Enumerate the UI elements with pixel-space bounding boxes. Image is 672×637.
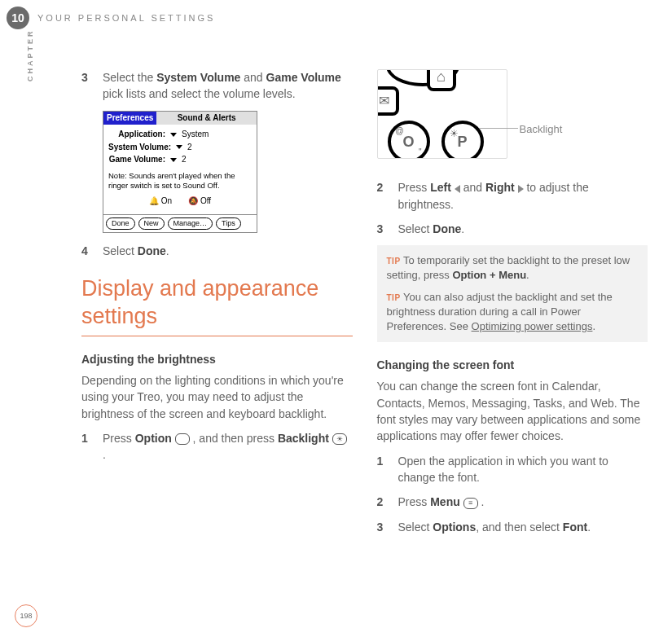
optimizing-power-link[interactable]: Optimizing power settings: [472, 320, 593, 332]
step-number: 3: [377, 519, 389, 535]
dropdown-icon: [170, 133, 177, 137]
bold-text: Font: [563, 521, 587, 534]
row-value: System: [182, 129, 209, 141]
step-4: 4 Select Done.: [81, 243, 353, 259]
text: pick lists and select the volume levels.: [103, 87, 296, 100]
text: , and then select: [476, 521, 563, 534]
text: Press: [398, 495, 431, 508]
text: .: [461, 222, 464, 235]
step-number: 3: [81, 69, 93, 103]
key-letter: P: [457, 131, 467, 152]
text: , and then press: [190, 432, 278, 445]
sun-icon: ☀: [450, 127, 459, 141]
sys-vol-row: System Volume: 2: [108, 142, 252, 154]
font-step-3: 3 Select Options, and then select Font.: [377, 519, 648, 535]
text: Press: [398, 181, 431, 194]
tip-label: TIP: [387, 293, 401, 302]
section-heading: Display and appearance settings: [81, 275, 353, 336]
page-number: 198: [15, 604, 37, 627]
bold-text: Backlight: [278, 432, 329, 445]
bold-text: Done: [138, 244, 166, 257]
preferences-screenshot: Preferences Sound & Alerts Application: …: [103, 111, 257, 233]
tip-label: TIP: [387, 257, 401, 266]
step-number: 2: [377, 179, 389, 213]
bold-text: System Volume: [156, 71, 240, 84]
row-label: Application:: [108, 129, 165, 141]
menu-key-icon: ≡: [463, 498, 478, 509]
text: .: [103, 448, 106, 461]
o-key: @ O ": [388, 121, 430, 159]
step-3-right: 3 Select Done.: [377, 221, 648, 237]
bold-text: Option: [135, 432, 172, 445]
text: .: [166, 244, 169, 257]
app-row: Application: System: [108, 129, 252, 141]
text: Press: [103, 432, 135, 445]
step-text: Press Menu ≡ .: [398, 494, 485, 510]
row-value: 2: [182, 154, 187, 166]
text: .: [478, 495, 485, 508]
quote-symbol: ": [419, 147, 422, 159]
bold-text: Menu: [430, 495, 460, 508]
backlight-key-icon: ☀: [332, 433, 347, 445]
key-letter: O: [402, 131, 414, 152]
paragraph: Depending on the lighting conditions in …: [81, 372, 353, 422]
step-2: 2 Press Left and Right to adjust the bri…: [377, 179, 648, 213]
font-step-1: 1 Open the application in which you want…: [377, 453, 648, 486]
text: Select: [103, 244, 138, 257]
row-label: Game Volume:: [108, 154, 165, 166]
screenshot-body: Application: System System Volume: 2 Gam…: [103, 125, 257, 214]
step-text: Select Done.: [103, 243, 169, 259]
tip-2: TIP You can also adjust the backlight an…: [387, 290, 639, 335]
bold-text: Option + Menu: [452, 269, 526, 281]
tip-1: TIP To temporarily set the backlight to …: [387, 253, 639, 283]
paragraph-2: You can change the screen font in Calend…: [377, 378, 648, 444]
left-column: 3 Select the System Volume and Game Volu…: [81, 69, 353, 596]
new-button: New: [138, 217, 165, 230]
at-symbol: @: [396, 125, 404, 138]
bold-text: Game Volume: [266, 71, 341, 84]
screenshot-titlebar: Preferences Sound & Alerts: [103, 112, 257, 125]
step-3: 3 Select the System Volume and Game Volu…: [81, 69, 353, 103]
text: Select the: [103, 71, 156, 84]
home-key-icon: ⌂: [427, 69, 456, 91]
text: Select: [398, 222, 433, 235]
screenshot-title-left: Preferences: [103, 112, 156, 125]
bold-text: Right: [485, 181, 515, 194]
text: and: [240, 71, 266, 84]
sub-heading-2: Changing the screen font: [377, 357, 648, 373]
radio-label: On: [161, 196, 172, 205]
text: .: [526, 269, 529, 281]
step-text: Press Left and Right to adjust the brigh…: [398, 179, 648, 213]
option-key-icon: [175, 433, 190, 445]
radio-label: Off: [200, 196, 211, 205]
chapter-number-badge: 10: [7, 7, 29, 29]
chapter-title: YOUR PERSONAL SETTINGS: [37, 13, 215, 23]
left-arrow-icon: [455, 185, 460, 193]
step-number: 1: [377, 453, 389, 486]
step-number: 1: [81, 430, 93, 463]
backlight-callout: Backlight: [520, 122, 563, 138]
screenshot-note: Note: Sounds aren't played when the ring…: [108, 171, 252, 191]
row-label: System Volume:: [108, 142, 171, 154]
dropdown-icon: [176, 145, 182, 149]
dropdown-icon: [170, 158, 177, 162]
step-text: Select Options, and then select Font.: [398, 519, 591, 535]
step-text: Select Done.: [398, 221, 465, 237]
game-vol-row: Game Volume: 2: [108, 154, 252, 166]
step-number: 2: [377, 494, 389, 510]
p-key: ☀ P: [441, 121, 484, 159]
text: Select: [398, 521, 433, 534]
done-button: Done: [106, 217, 135, 230]
right-column: ⌂ ✉ @ O " ☀ P Backlight 2 Press Left and…: [377, 69, 648, 596]
screenshot-title-right: Sound & Alerts: [156, 112, 257, 125]
font-step-2: 2 Press Menu ≡ .: [377, 494, 648, 510]
step-1: 1 Press Option , and then press Backligh…: [81, 430, 353, 463]
radio-off: 🔕 Off: [188, 195, 211, 208]
step-text: Open the application in which you want t…: [398, 453, 648, 486]
step-text: Press Option , and then press Backlight …: [103, 430, 353, 463]
chapter-vertical-label: CHAPTER: [26, 29, 34, 81]
step-number: 3: [377, 221, 389, 237]
bold-text: Left: [430, 181, 451, 194]
text: and: [460, 181, 485, 194]
tip-box: TIP To temporarily set the backlight to …: [377, 245, 648, 342]
